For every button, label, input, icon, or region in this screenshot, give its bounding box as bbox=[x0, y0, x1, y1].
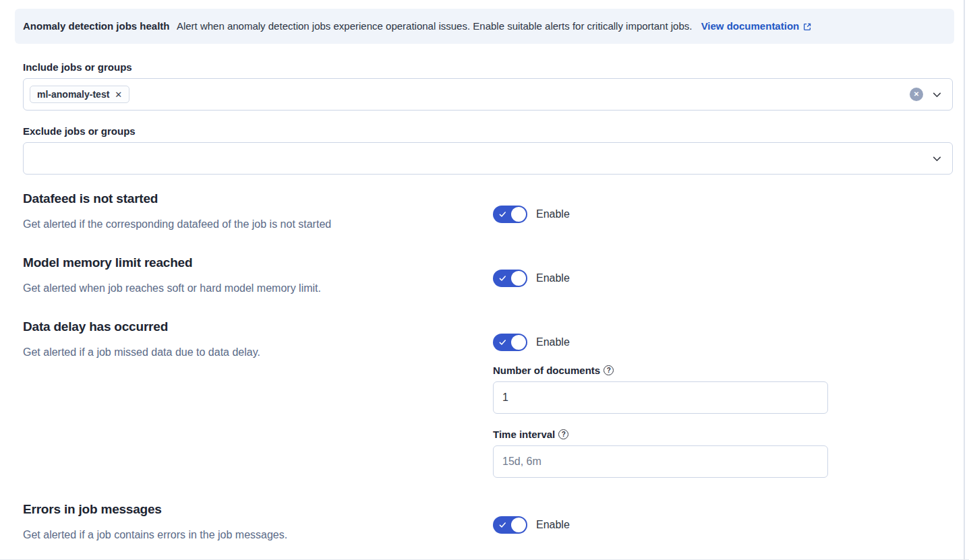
help-icon[interactable]: ? bbox=[558, 429, 568, 439]
combobox-controls: ✕ bbox=[910, 88, 943, 101]
include-jobs-label: Include jobs or groups bbox=[23, 61, 953, 73]
clear-selection-icon[interactable]: ✕ bbox=[910, 88, 923, 101]
include-jobs-combobox[interactable]: ml-anomaly-test ✕ ✕ bbox=[23, 78, 953, 111]
section-model-memory-limit: Model memory limit reached Get alerted w… bbox=[23, 255, 953, 295]
toggle-thumb bbox=[511, 207, 526, 222]
banner-title: Anomaly detection jobs health bbox=[23, 20, 170, 32]
section-datafeed-not-started: Datafeed is not started Get alerted if t… bbox=[23, 191, 953, 231]
section-title: Model memory limit reached bbox=[23, 255, 493, 270]
datafeed-enable-toggle[interactable] bbox=[493, 206, 527, 223]
view-documentation-link[interactable]: View documentation bbox=[701, 20, 813, 33]
job-errors-enable-toggle[interactable] bbox=[493, 516, 527, 534]
data-delay-enable-toggle[interactable] bbox=[493, 334, 527, 351]
section-description: Get alerted if a job contains errors in … bbox=[23, 528, 493, 542]
section-description: Get alerted when job reaches soft or har… bbox=[23, 281, 493, 295]
section-description: Get alerted if a job missed data due to … bbox=[23, 345, 493, 359]
check-icon bbox=[498, 210, 507, 218]
number-of-documents-label-row: Number of documents ? bbox=[493, 365, 828, 376]
toggle-thumb bbox=[511, 518, 526, 532]
callout-banner: Anomaly detection jobs health Alert when… bbox=[15, 9, 954, 44]
time-interval-label: Time interval bbox=[493, 429, 555, 440]
toggle-thumb bbox=[511, 271, 526, 286]
section-description: Get alerted if the corresponding datafee… bbox=[23, 217, 493, 231]
section-title: Errors in job messages bbox=[23, 501, 493, 517]
chevron-down-icon[interactable] bbox=[931, 153, 943, 164]
chevron-down-icon[interactable] bbox=[931, 89, 943, 100]
toggle-label: Enable bbox=[536, 208, 570, 220]
time-interval-input[interactable] bbox=[493, 445, 828, 478]
section-errors-in-job-messages: Errors in job messages Get alerted if a … bbox=[23, 501, 953, 542]
number-of-documents-label: Number of documents bbox=[493, 365, 600, 376]
banner-description: Alert when anomaly detection jobs experi… bbox=[177, 20, 693, 32]
toggle-thumb bbox=[511, 335, 526, 350]
section-title: Datafeed is not started bbox=[23, 191, 493, 206]
number-of-documents-input[interactable] bbox=[493, 381, 828, 414]
help-icon[interactable]: ? bbox=[604, 365, 614, 375]
check-icon bbox=[498, 274, 507, 282]
section-data-delay: Data delay has occurred Get alerted if a… bbox=[23, 319, 953, 478]
model-memory-enable-toggle[interactable] bbox=[493, 270, 527, 287]
toggle-label: Enable bbox=[536, 336, 570, 348]
exclude-jobs-label: Exclude jobs or groups bbox=[23, 125, 953, 137]
check-icon bbox=[498, 521, 507, 529]
toggle-label: Enable bbox=[536, 519, 570, 531]
time-interval-label-row: Time interval ? bbox=[493, 429, 828, 440]
selected-job-badge: ml-anomaly-test ✕ bbox=[30, 86, 129, 103]
toggle-label: Enable bbox=[536, 272, 570, 284]
remove-badge-icon[interactable]: ✕ bbox=[115, 90, 122, 99]
exclude-jobs-combobox[interactable] bbox=[23, 142, 953, 175]
selected-job-badge-label: ml-anomaly-test bbox=[37, 89, 109, 100]
check-icon bbox=[498, 338, 507, 346]
combobox-controls bbox=[931, 153, 943, 164]
rule-params-form: Include jobs or groups ml-anomaly-test ✕… bbox=[0, 61, 969, 542]
panel-right-border bbox=[964, 0, 965, 560]
external-link-icon bbox=[802, 22, 812, 32]
view-documentation-label: View documentation bbox=[701, 20, 800, 33]
section-title: Data delay has occurred bbox=[23, 319, 493, 334]
